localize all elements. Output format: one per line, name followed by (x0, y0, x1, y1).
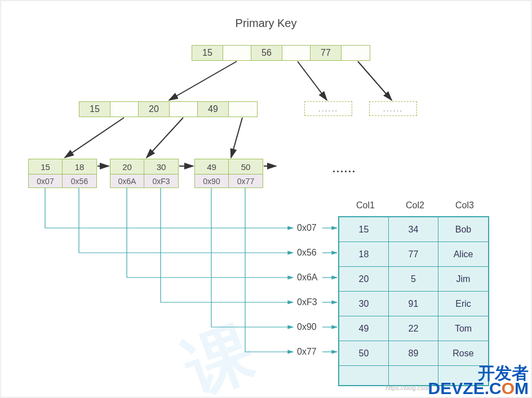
internal-cell-blank (170, 102, 198, 117)
table-cell: 30 (339, 292, 389, 316)
table-row: 30 91 Eric (339, 292, 488, 316)
table-row: 20 5 Jim (339, 267, 488, 292)
table-cell: 15 (339, 217, 389, 242)
table-cell: 34 (389, 217, 438, 242)
table-cell: 5 (389, 267, 438, 292)
table-cell: 49 (339, 316, 389, 341)
leaf-key: 49 (195, 159, 229, 174)
table-cell: 22 (389, 316, 438, 341)
data-table: 15 34 Bob 18 77 Alice 20 5 Jim 30 91 Eri… (338, 216, 489, 386)
dashed-node: ...... (304, 101, 352, 116)
watermark-csdn: https://blog.csdn (385, 384, 431, 391)
row-address: 0x90 (297, 322, 317, 332)
leaf-node: 15 18 0x07 0x56 (28, 159, 97, 188)
leaf-key: 20 (110, 159, 144, 174)
leaf-node: 49 50 0x90 0x77 (194, 159, 263, 188)
table-cell: 91 (389, 292, 438, 316)
watermark-devze-bottom: DEVZE.COM (428, 381, 529, 396)
leaf-pointer: 0x90 (195, 174, 229, 187)
internal-cell: 15 (79, 102, 110, 117)
root-cell: 77 (311, 46, 342, 60)
root-cell-blank (223, 46, 251, 60)
leaf-key: 30 (144, 159, 178, 174)
table-cell: Eric (438, 292, 488, 316)
table-cell: 50 (339, 341, 389, 366)
table-cell: Bob (438, 217, 488, 242)
table-row: 49 22 Tom (339, 316, 488, 341)
table-cell (339, 366, 389, 385)
leaf-pointer: 0x6A (110, 174, 144, 187)
leaf-key: 50 (229, 159, 263, 174)
internal-node: 15 20 49 (79, 101, 258, 117)
table-cell: 18 (339, 242, 389, 267)
table-header: Col2 (406, 200, 424, 211)
internal-cell-blank (229, 102, 257, 117)
table-cell: Alice (438, 242, 488, 267)
watermark-devze: 开发者 DEVZE.COM (428, 365, 529, 396)
row-address: 0x56 (297, 248, 317, 258)
table-cell: 89 (389, 341, 438, 366)
internal-cell-blank (110, 102, 139, 117)
watermark-devze-top: 开发者 (428, 365, 529, 381)
dashed-node: ...... (369, 101, 417, 116)
row-address: 0x07 (297, 223, 317, 233)
leaf-ellipsis: ...... (333, 163, 356, 175)
table-row: 15 34 Bob (339, 217, 488, 242)
table-row: 18 77 Alice (339, 242, 488, 267)
root-cell-blank (282, 46, 311, 60)
row-address: 0x77 (297, 347, 317, 357)
table-header: Col3 (455, 200, 474, 211)
internal-cell: 20 (139, 102, 170, 117)
row-address: 0x6A (297, 272, 317, 283)
leaf-pointer: 0x77 (229, 174, 263, 187)
table-row: 50 89 Rose (339, 341, 488, 366)
root-cell: 56 (251, 46, 282, 60)
table-header: Col1 (356, 200, 375, 211)
root-node: 15 56 77 (192, 45, 370, 61)
table-cell: Rose (438, 341, 488, 366)
leaf-key: 18 (63, 159, 96, 174)
leaf-pointer: 0x56 (63, 174, 96, 187)
leaf-pointer: 0x07 (29, 174, 63, 187)
internal-cell: 49 (198, 102, 229, 117)
root-cell: 15 (192, 46, 223, 60)
diagram-title: Primary Key (236, 17, 297, 30)
row-address: 0xF3 (297, 297, 317, 307)
table-cell: Tom (438, 316, 488, 341)
table-cell: 77 (389, 242, 438, 267)
table-cell: 20 (339, 267, 389, 292)
leaf-key: 15 (29, 159, 63, 174)
leaf-node: 20 30 0x6A 0xF3 (110, 159, 179, 188)
root-cell-blank (342, 46, 370, 60)
table-cell: Jim (438, 267, 488, 292)
leaf-pointer: 0xF3 (144, 174, 178, 187)
